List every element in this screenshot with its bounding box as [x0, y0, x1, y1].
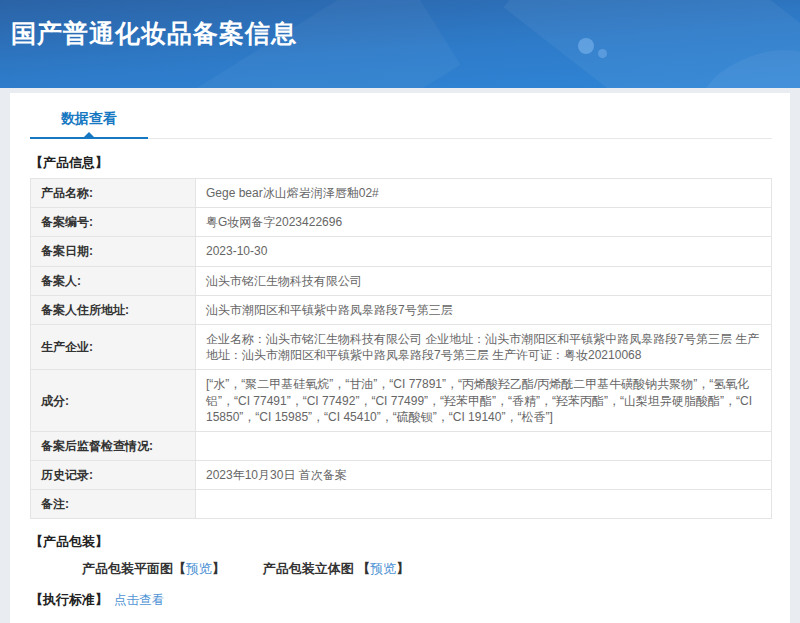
header-decoration — [504, 0, 800, 88]
row-value: 2023-10-30 — [196, 237, 772, 266]
row-label: 备案编号: — [31, 208, 196, 237]
packaging-3d-preview-link[interactable]: 预览 — [370, 561, 396, 576]
standards-view-link[interactable]: 点击查看 — [114, 593, 164, 607]
row-value: [“水”，“聚二甲基硅氧烷”，“甘油”，“CI 77891”，“丙烯酸羟乙酯/丙… — [196, 370, 772, 432]
row-value: 2023年10月30日 首次备案 — [196, 461, 772, 490]
header-decoration — [693, 36, 800, 88]
standards-row: 【执行标准】点击查看 — [30, 591, 790, 609]
header-decoration-dot — [598, 49, 607, 58]
product-info-table: 产品名称: Gege bear冰山熔岩润泽唇釉02# 备案编号: 粤G妆网备字2… — [30, 178, 772, 519]
row-value: 粤G妆网备字2023422696 — [196, 208, 772, 237]
tab-data-view[interactable]: 数据查看 — [30, 110, 148, 139]
packaging-3d-item: 产品包装立体图 【预览】 — [263, 561, 410, 576]
row-label: 历史记录: — [31, 461, 196, 490]
table-row-remarks: 备注: — [31, 490, 772, 519]
table-row-registration-date: 备案日期: 2023-10-30 — [31, 237, 772, 266]
bracket-open: 【 — [357, 561, 370, 576]
section-product-info-title: 【产品信息】 — [30, 154, 790, 172]
bracket-close: 】 — [212, 561, 225, 576]
row-value: 汕头市潮阳区和平镇紫中路凤皋路段7号第三层 — [196, 295, 772, 324]
table-row-manufacturer: 生产企业: 企业名称：汕头市铭汇生物科技有限公司 企业地址：汕头市潮阳区和平镇紫… — [31, 324, 772, 369]
header-decoration-dot — [578, 38, 594, 54]
packaging-flat-label: 产品包装平面图 — [82, 561, 173, 576]
packaging-3d-label: 产品包装立体图 — [263, 561, 358, 576]
bracket-open: 【 — [173, 561, 186, 576]
row-value: 汕头市铭汇生物科技有限公司 — [196, 266, 772, 295]
page: 国产普通化妆品备案信息 数据查看 【产品信息】 产品名称: Gege bear冰… — [0, 0, 800, 623]
row-label: 备注: — [31, 490, 196, 519]
bracket-close: 】 — [396, 561, 409, 576]
row-value — [196, 431, 772, 460]
section-packaging-title: 【产品包装】 — [30, 533, 790, 551]
row-label: 备案人住所地址: — [31, 295, 196, 324]
standards-label: 【执行标准】 — [30, 592, 108, 607]
packaging-row: 产品包装平面图【预览】 产品包装立体图 【预览】 — [82, 560, 790, 578]
page-header: 国产普通化妆品备案信息 — [0, 0, 800, 88]
packaging-flat-item: 产品包装平面图【预览】 — [82, 561, 229, 576]
tab-bar: 数据查看 — [30, 93, 772, 139]
row-value: 企业名称：汕头市铭汇生物科技有限公司 企业地址：汕头市潮阳区和平镇紫中路凤皋路段… — [196, 324, 772, 369]
row-label: 生产企业: — [31, 324, 196, 369]
table-row-ingredients: 成分: [“水”，“聚二甲基硅氧烷”，“甘油”，“CI 77891”，“丙烯酸羟… — [31, 370, 772, 432]
row-label: 备案后监督检查情况: — [31, 431, 196, 460]
row-label: 成分: — [31, 370, 196, 432]
table-row-registration-number: 备案编号: 粤G妆网备字2023422696 — [31, 208, 772, 237]
row-label: 备案人: — [31, 266, 196, 295]
table-row-registrant-address: 备案人住所地址: 汕头市潮阳区和平镇紫中路凤皋路段7号第三层 — [31, 295, 772, 324]
packaging-flat-preview-link[interactable]: 预览 — [186, 561, 212, 576]
content-card: 数据查看 【产品信息】 产品名称: Gege bear冰山熔岩润泽唇釉02# 备… — [10, 93, 790, 623]
table-row-history: 历史记录: 2023年10月30日 首次备案 — [31, 461, 772, 490]
row-value: Gege bear冰山熔岩润泽唇釉02# — [196, 179, 772, 208]
table-row-registrant: 备案人: 汕头市铭汇生物科技有限公司 — [31, 266, 772, 295]
page-title: 国产普通化妆品备案信息 — [11, 17, 297, 50]
row-label: 产品名称: — [31, 179, 196, 208]
row-value — [196, 490, 772, 519]
table-row-supervision: 备案后监督检查情况: — [31, 431, 772, 460]
table-row-product-name: 产品名称: Gege bear冰山熔岩润泽唇釉02# — [31, 179, 772, 208]
row-label: 备案日期: — [31, 237, 196, 266]
